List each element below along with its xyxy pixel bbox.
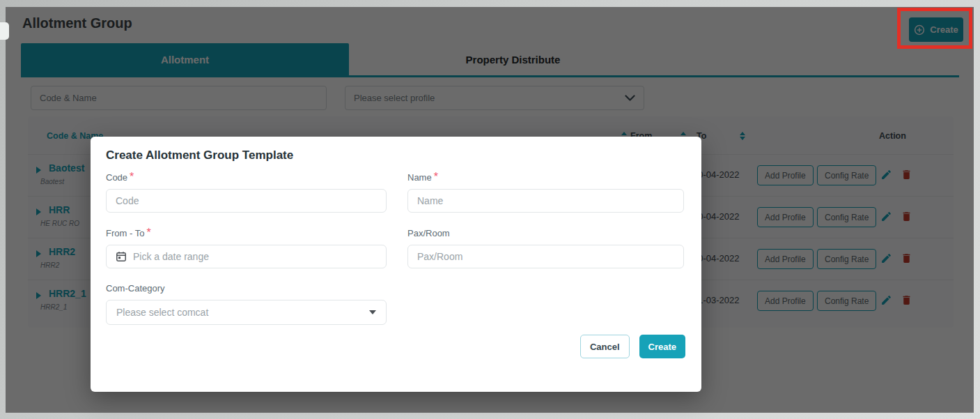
code-field-group: Code* — [106, 171, 387, 213]
code-field-label: Code — [106, 172, 127, 183]
left-edge-panel — [0, 22, 9, 40]
caret-down-icon — [369, 310, 376, 314]
screenshot-canvas: Allotment Group Create Allotment Propert… — [0, 0, 980, 419]
highlight-rectangle — [897, 8, 972, 49]
com-category-field-label: Com-Category — [106, 283, 165, 294]
modal-create-button[interactable]: Create — [639, 335, 685, 358]
required-asterisk: * — [130, 171, 134, 183]
pax-room-field[interactable] — [407, 245, 684, 268]
required-asterisk: * — [146, 227, 150, 238]
required-asterisk: * — [434, 171, 438, 183]
create-allotment-modal: Create Allotment Group Template Code* Na… — [91, 137, 701, 392]
pax-room-field-group: Pax/Room — [407, 227, 684, 268]
date-range-placeholder: Pick a date range — [133, 251, 209, 262]
com-category-field-group: Com-Category Please select comcat — [106, 282, 387, 325]
from-to-field-group: From - To* Pick a date range — [106, 227, 387, 268]
code-field[interactable] — [106, 189, 387, 213]
from-to-field-label: From - To — [106, 228, 144, 238]
name-field-group: Name* — [407, 171, 684, 213]
pax-room-field-label: Pax/Room — [407, 228, 450, 238]
com-category-select[interactable]: Please select comcat — [106, 300, 387, 325]
com-category-placeholder: Please select comcat — [116, 307, 208, 318]
name-field-label: Name — [407, 172, 432, 183]
date-range-picker[interactable]: Pick a date range — [106, 245, 387, 268]
name-field[interactable] — [407, 189, 684, 213]
cancel-button[interactable]: Cancel — [580, 335, 630, 358]
calendar-icon — [116, 251, 127, 262]
modal-button-row: Cancel Create — [580, 335, 685, 358]
modal-title: Create Allotment Group Template — [106, 148, 293, 162]
